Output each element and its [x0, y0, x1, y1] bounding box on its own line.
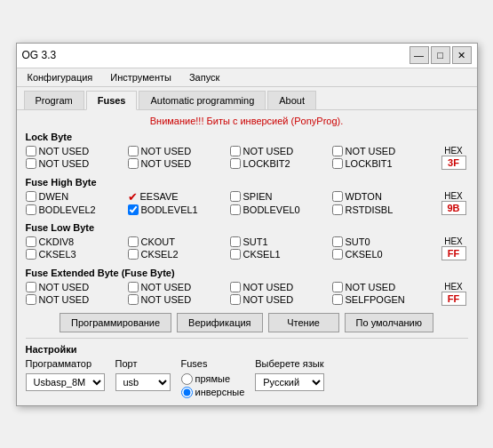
fuses-inverse-label: инверсные	[195, 387, 245, 397]
tab-fuses[interactable]: Fuses	[86, 91, 138, 110]
fuse-low-cksel2: CKSEL2	[128, 249, 230, 260]
programmer-select[interactable]: Usbasp_8M Usbasp STK500	[26, 373, 105, 391]
menu-tools[interactable]: Инструменты	[103, 70, 179, 84]
fuse-ext-nu4-cb[interactable]	[332, 282, 343, 292]
fuse-high-bodlevel0: BODLEVEL0	[230, 204, 332, 215]
lock-not-used-3-cb[interactable]	[230, 146, 241, 156]
title-bar-left: OG 3.3	[22, 49, 57, 61]
fuse-high-wdton: WDTON	[332, 191, 434, 203]
fuse-high-spien: SPIEN	[230, 191, 332, 203]
menu-configuration[interactable]: Конфигурация	[20, 70, 100, 84]
fuse-ext-selfpogen: SELFPOGEN	[332, 294, 434, 305]
fuse-low-cksel3-cb[interactable]	[26, 249, 36, 260]
fuse-high-hex-label: HEX	[444, 191, 463, 201]
lock-lockbit2: LOCKBIT2	[230, 158, 332, 169]
lock-not-used-4: NOT USED	[332, 146, 434, 156]
fuse-high-bodlevel0-cb[interactable]	[230, 204, 241, 215]
lock-not-used-6-cb[interactable]	[128, 158, 139, 169]
fuse-high-section: Fuse High Byte DWEN ✔ EESAVE SPIEN	[26, 177, 468, 215]
fuse-low-sut0-cb[interactable]	[332, 236, 343, 247]
tab-auto-programming[interactable]: Automatic programming	[139, 91, 266, 109]
lock-lockbit1-cb[interactable]	[332, 158, 343, 169]
fuse-ext-nu6: NOT USED	[128, 294, 230, 305]
lock-not-used-5-cb[interactable]	[26, 158, 36, 169]
settings-title: Настройки	[26, 344, 468, 355]
fuse-low-sut1-cb[interactable]	[230, 236, 241, 247]
fuse-high-spien-cb[interactable]	[230, 191, 241, 202]
verify-button[interactable]: Верификация	[177, 313, 263, 332]
tab-about[interactable]: About	[267, 91, 316, 109]
fuse-ext-nu4-label: NOT USED	[346, 282, 396, 292]
lock-not-used-1-cb[interactable]	[26, 146, 36, 156]
fuse-high-dwen-label: DWEN	[39, 191, 69, 202]
program-button[interactable]: Программирование	[60, 313, 171, 332]
fuse-ext-nu7-label: NOT USED	[243, 294, 294, 305]
fuse-low-cksel2-cb[interactable]	[128, 249, 139, 260]
fuse-low-cksel1: CKSEL1	[230, 249, 332, 260]
fuse-high-grid: DWEN ✔ EESAVE SPIEN WDTON	[26, 191, 436, 215]
lock-not-used-2-cb[interactable]	[128, 146, 139, 156]
tab-bar: Program Fuses Automatic programming Abou…	[17, 87, 477, 110]
fuse-low-cksel0: CKSEL0	[332, 249, 434, 260]
fuse-low-cksel1-cb[interactable]	[230, 249, 241, 260]
lock-byte-grid: NOT USED NOT USED NOT USED NOT USED	[26, 146, 436, 169]
fuse-high-rstdisbl: RSTDISBL	[332, 204, 434, 215]
fuse-ext-nu4: NOT USED	[332, 282, 434, 292]
warning-text: Внимание!!! Биты с инверсией (PonyProg).	[26, 116, 468, 126]
lock-not-used-6: NOT USED	[128, 158, 230, 169]
fuses-inverse-item: инверсные	[181, 387, 245, 398]
fuse-low-ckdiv8-cb[interactable]	[26, 236, 36, 247]
language-select[interactable]: Русский English	[255, 373, 323, 391]
fuse-high-spien-label: SPIEN	[243, 191, 273, 202]
fuse-high-dwen: DWEN	[26, 191, 128, 203]
lock-not-used-1: NOT USED	[26, 146, 128, 156]
fuse-ext-grid: NOT USED NOT USED NOT USED NOT USED	[26, 282, 436, 305]
default-button[interactable]: По умолчанию	[345, 313, 433, 332]
close-button[interactable]: ✕	[452, 46, 472, 64]
fuse-high-bodlevel2: BODLEVEL2	[26, 204, 128, 215]
minimize-button[interactable]: —	[410, 46, 429, 64]
fuse-low-cksel0-label: CKSEL0	[346, 249, 383, 260]
lock-byte-hex: HEX 3F	[440, 146, 468, 170]
fuse-low-cksel0-cb[interactable]	[332, 249, 343, 260]
main-window: OG 3.3 — □ ✕ Конфигурация Инструменты За…	[16, 43, 478, 406]
fuse-low-ckout-cb[interactable]	[128, 236, 139, 247]
tab-program[interactable]: Program	[24, 91, 84, 109]
fuse-ext-nu3-cb[interactable]	[230, 282, 241, 292]
lock-not-used-2: NOT USED	[128, 146, 230, 156]
fuse-low-title: Fuse Low Byte	[26, 222, 468, 233]
fuse-ext-nu5-label: NOT USED	[39, 294, 90, 305]
fuse-ext-nu7-cb[interactable]	[230, 294, 241, 305]
fuses-inverse-radio[interactable]	[181, 387, 193, 398]
fuse-high-eesave: ✔ EESAVE	[128, 191, 230, 203]
port-select[interactable]: usb COM1 COM2	[115, 373, 171, 391]
fuse-ext-selfpogen-cb[interactable]	[332, 294, 343, 305]
fuse-low-ckdiv8: CKDIV8	[26, 236, 128, 247]
fuses-direct-radio[interactable]	[181, 373, 193, 385]
fuse-high-eesave-label: EESAVE	[140, 191, 179, 202]
fuse-high-bodlevel2-label: BODLEVEL2	[39, 204, 96, 215]
fuse-high-bodlevel2-cb[interactable]	[26, 204, 36, 215]
fuse-ext-nu1: NOT USED	[26, 282, 128, 292]
fuse-high-bodlevel1-cb[interactable]	[128, 204, 139, 215]
fuses-group: Fuses прямые инверсные	[181, 358, 245, 398]
fuse-ext-nu5-cb[interactable]	[26, 294, 36, 305]
title-controls: — □ ✕	[410, 46, 472, 64]
lock-byte-section: Lock Byte NOT USED NOT USED NOT USED	[26, 132, 468, 170]
lock-not-used-4-cb[interactable]	[332, 146, 343, 156]
lock-not-used-1-label: NOT USED	[39, 146, 90, 156]
menu-launch[interactable]: Запуск	[182, 70, 227, 84]
read-button[interactable]: Чтение	[268, 313, 339, 332]
fuse-ext-nu1-cb[interactable]	[26, 282, 36, 292]
maximize-button[interactable]: □	[431, 46, 450, 64]
fuse-ext-nu6-cb[interactable]	[128, 294, 139, 305]
fuse-high-hex-value: 9B	[441, 201, 466, 215]
fuse-high-dwen-cb[interactable]	[26, 191, 36, 202]
fuse-high-wdton-label: WDTON	[346, 191, 382, 202]
lock-lockbit2-cb[interactable]	[230, 158, 241, 169]
fuse-high-wdton-cb[interactable]	[332, 191, 343, 202]
title-bar: OG 3.3 — □ ✕	[17, 44, 477, 68]
fuse-high-rstdisbl-cb[interactable]	[332, 204, 343, 215]
fuse-ext-nu2-cb[interactable]	[128, 282, 139, 292]
fuse-ext-hex: HEX FF	[440, 282, 468, 306]
